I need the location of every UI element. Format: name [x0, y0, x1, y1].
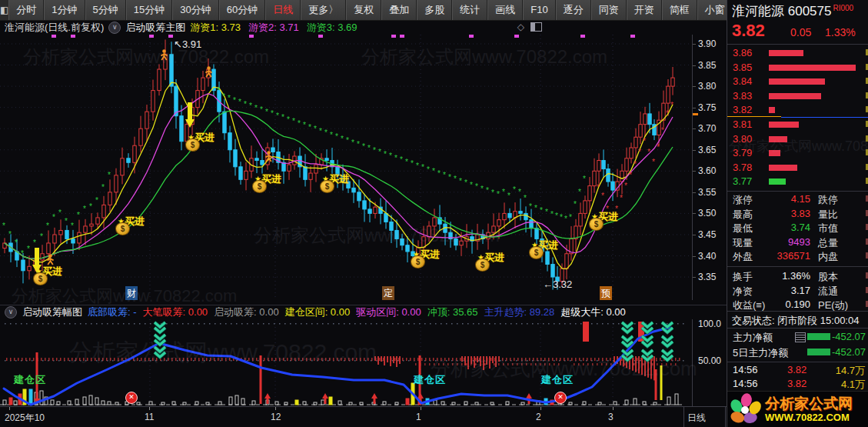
svg-text:*: * — [389, 152, 392, 160]
period-button-1分钟[interactable]: 1分钟 — [44, 0, 85, 20]
svg-text:*: * — [615, 205, 618, 213]
svg-text:*: * — [555, 212, 558, 220]
period-button-5分钟[interactable]: 5分钟 — [85, 0, 126, 20]
stat-label: 量比 — [818, 208, 838, 222]
tool-button-统计[interactable]: 统计 — [452, 0, 487, 20]
sub-legend-item: 驱动区间: 0.00 — [356, 305, 421, 319]
svg-text:*: * — [574, 200, 577, 208]
tool-button-开资[interactable]: 开资 — [627, 0, 662, 20]
period-button-30分钟[interactable]: 30分钟 — [172, 0, 218, 20]
time-axis-tick — [275, 407, 276, 410]
svg-text:*: * — [550, 210, 554, 219]
svg-text:*: * — [524, 194, 527, 202]
sub-chart-canvas[interactable] — [0, 319, 692, 406]
svg-text:*: * — [254, 104, 258, 112]
sub-axis: 100.050.00 — [692, 319, 727, 406]
svg-text:*: * — [416, 162, 419, 170]
period-button-分时[interactable]: 分时 — [8, 0, 44, 20]
svg-text:*: * — [638, 148, 641, 156]
period-button-15分钟[interactable]: 15分钟 — [126, 0, 172, 20]
tool-button-F10[interactable]: F10 — [523, 0, 555, 20]
svg-text:*: * — [427, 165, 430, 174]
stat-label: 股本 — [818, 270, 838, 284]
indicator-legend: 游资1: 3.73游资2: 3.71游资3: 3.69 — [190, 21, 357, 35]
legend-item: 游资1: 3.73 — [190, 21, 241, 35]
svg-text:*: * — [101, 183, 105, 192]
axis-tick — [693, 235, 696, 235]
period-button-日线[interactable]: 日线 — [265, 0, 301, 20]
orderbook-price: 3.77 — [733, 175, 752, 187]
svg-text:*: * — [657, 143, 660, 152]
svg-text:*: * — [89, 202, 92, 211]
tool-button-复权[interactable]: 复权 — [346, 0, 381, 20]
stat-value: 4.15 — [764, 193, 810, 205]
svg-text:*: * — [324, 128, 328, 137]
diamond-icon[interactable]: ◇ — [517, 22, 524, 32]
orderbook-price: 3.81 — [733, 118, 752, 130]
svg-text:*: * — [583, 175, 586, 183]
orderbook-price: 3.84 — [733, 75, 752, 87]
svg-text:*: * — [470, 181, 473, 189]
orderbook-volume-bar — [769, 178, 786, 185]
time-axis-label: 2 — [536, 412, 541, 422]
svg-text:*: * — [400, 155, 403, 164]
svg-text:*: * — [560, 213, 563, 222]
svg-text:*: * — [33, 239, 36, 247]
tool-button-同资[interactable]: 同资 — [591, 0, 627, 20]
split-window-icon[interactable] — [530, 22, 542, 32]
instrument-title: 淮河能源(日线.前复权) — [5, 21, 104, 35]
flow-bar — [807, 333, 830, 340]
svg-text:*: * — [351, 138, 354, 147]
collapse-icon[interactable]: ∨ — [108, 22, 121, 34]
tool-button-画线[interactable]: 画线 — [487, 0, 523, 20]
svg-text:*: * — [217, 86, 220, 95]
panel-divider — [727, 362, 868, 362]
orderbook-volume-bar — [769, 65, 856, 71]
stat-label: 最低 — [733, 222, 753, 235]
svg-text:*: * — [357, 140, 360, 148]
svg-text:*: * — [21, 249, 24, 258]
tool-button-简框[interactable]: 简框 — [662, 0, 697, 20]
orderbook-price: 3.80 — [733, 133, 752, 145]
stat-value: 3.74 — [764, 222, 810, 233]
price-tick-label: 3.50 — [698, 208, 716, 219]
price-tick-label: 3.35 — [698, 272, 716, 282]
svg-text:*: * — [58, 208, 62, 217]
svg-text:*: * — [666, 109, 669, 118]
panel-divider — [727, 266, 868, 267]
tool-button-多股[interactable]: 多股 — [417, 0, 452, 20]
orderbook-volume-bar — [769, 50, 803, 56]
axis-tick — [693, 44, 696, 45]
svg-text:*: * — [448, 173, 451, 182]
svg-text:*: * — [77, 211, 80, 219]
panel-divider — [727, 44, 868, 45]
trade-status: 交易状态: 闭市阶段 15:00:04 — [732, 314, 859, 328]
sub-legend-item: 超级大牛: 0.00 — [560, 305, 626, 319]
svg-text:*: * — [459, 177, 462, 185]
svg-text:*: * — [52, 213, 55, 222]
flower-logo-icon — [727, 392, 763, 427]
svg-text:*: * — [341, 135, 344, 143]
main-chart-canvas[interactable]: ****************************************… — [0, 35, 692, 300]
period-button-60分钟[interactable]: 60分钟 — [219, 0, 265, 20]
stat-label: 跌停 — [818, 193, 838, 207]
svg-text:*: * — [222, 92, 225, 101]
tool-button-逐分[interactable]: 逐分 — [556, 0, 591, 20]
window-icon[interactable]: ◧ — [0, 0, 8, 20]
collapse-icon[interactable]: ∨ — [5, 306, 17, 319]
orderbook-price: 3.86 — [733, 47, 752, 58]
stat-value: 0.190 — [764, 299, 810, 310]
svg-text:*: * — [298, 119, 301, 128]
svg-text:*: * — [629, 171, 632, 179]
sub-indicator-name: 启动吸筹幅图 — [22, 305, 82, 319]
svg-text:*: * — [513, 185, 516, 194]
chart-corner-icons: ◇ — [517, 22, 542, 32]
axis-tick — [693, 277, 696, 278]
period-button-更多〉[interactable]: 更多〉 — [301, 0, 346, 20]
brand-logo[interactable]: 分析家公式网 WWW.70822.COM — [727, 391, 868, 427]
legend-item: 游资2: 3.71 — [248, 21, 299, 35]
list-icon[interactable] — [795, 332, 806, 342]
sub-indicator-legend: 底部吸筹: -大笔吸筹: 0.00启动吸筹: 0.00建仓区间: 0.00驱动区… — [88, 305, 626, 319]
tool-button-叠加[interactable]: 叠加 — [381, 0, 417, 20]
trade-time: 14:56 — [733, 364, 758, 375]
